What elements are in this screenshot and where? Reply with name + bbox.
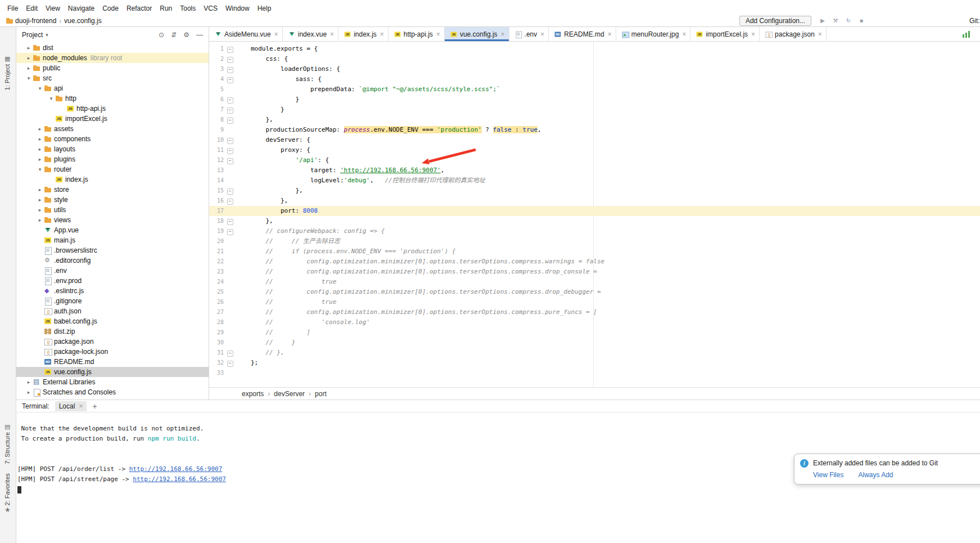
code-line-28[interactable]: 28 // 'console.log': [209, 317, 980, 327]
tree-item-eslintrc-js[interactable]: .eslintrc.js: [16, 286, 209, 296]
code-line-33[interactable]: 33: [209, 368, 980, 378]
close-icon[interactable]: [682, 30, 686, 38]
tree-item-gitignore[interactable]: .gitignore: [16, 296, 209, 306]
chevron-closed-icon[interactable]: [25, 45, 33, 51]
chevron-closed-icon[interactable]: [25, 389, 33, 395]
menu-item-tools[interactable]: Tools: [176, 3, 200, 14]
code-line-22[interactable]: 22 // config.optimization.minimizer[0].o…: [209, 257, 980, 267]
chevron-open-icon[interactable]: [36, 167, 44, 172]
gear-icon[interactable]: [183, 31, 189, 39]
breadcrumb-devserver[interactable]: devServer: [274, 390, 305, 398]
tree-item-src[interactable]: src: [16, 73, 209, 83]
fold-marker[interactable]: [224, 44, 236, 54]
code-line-9[interactable]: 9 productionSourceMap: process.env.NODE_…: [209, 125, 980, 135]
fold-marker[interactable]: [224, 115, 236, 125]
tree-item-scratches-and-consoles[interactable]: Scratches and Consoles: [16, 387, 209, 397]
tree-item-package-json[interactable]: package.json: [16, 336, 209, 347]
line-number[interactable]: 8: [209, 115, 224, 125]
chevron-open-icon[interactable]: [25, 75, 33, 81]
chevron-closed-icon[interactable]: [36, 207, 44, 213]
code-line-30[interactable]: 30 // }: [209, 338, 980, 348]
fold-marker[interactable]: [224, 64, 236, 74]
menu-item-file[interactable]: File: [3, 3, 22, 14]
code-line-25[interactable]: 25 // config.optimization.minimizer[0].o…: [209, 287, 980, 297]
statistics-icon[interactable]: [963, 31, 971, 38]
tree-item-views[interactable]: views: [16, 215, 209, 225]
chevron-closed-icon[interactable]: [36, 126, 44, 132]
code-line-17[interactable]: 17 port: 8008: [209, 206, 980, 216]
tree-item-auth-json[interactable]: auth.json: [16, 306, 209, 316]
tree-item-package-lock-json[interactable]: package-lock.json: [16, 347, 209, 357]
menu-item-view[interactable]: View: [42, 3, 64, 14]
terminal-link[interactable]: http://192.168.66.56:9007: [133, 475, 226, 483]
code-line-19[interactable]: 19 // configureWebpack: config => {: [209, 226, 980, 236]
toolbar-breadcrumb-project[interactable]: duoji-frontend: [15, 17, 56, 25]
tree-item-readme-md[interactable]: README.md: [16, 357, 209, 367]
code-line-6[interactable]: 6 }: [209, 95, 980, 105]
line-number[interactable]: 28: [209, 317, 224, 327]
chevron-closed-icon[interactable]: [36, 197, 44, 203]
line-number[interactable]: 5: [209, 84, 224, 95]
tree-item-http-api-js[interactable]: http-api.js: [16, 104, 209, 114]
chevron-down-icon[interactable]: ▾: [46, 32, 48, 38]
tree-item-store[interactable]: store: [16, 185, 209, 195]
tree-item-utils[interactable]: utils: [16, 205, 209, 215]
tree-item-editorconfig[interactable]: .editorconfig: [16, 255, 209, 266]
close-icon[interactable]: [436, 30, 440, 38]
tab-http-api-js[interactable]: http-api.js: [389, 27, 445, 41]
fold-marker[interactable]: [224, 145, 236, 155]
line-number[interactable]: 17: [209, 206, 224, 216]
code-line-12[interactable]: 12 '/api': {: [209, 155, 980, 165]
line-number[interactable]: 16: [209, 196, 224, 206]
chevron-closed-icon[interactable]: [25, 379, 33, 385]
line-number[interactable]: 20: [209, 236, 224, 246]
line-number[interactable]: 23: [209, 267, 224, 277]
tool-button-project[interactable]: 1: Project: [4, 64, 11, 90]
close-icon[interactable]: [380, 30, 384, 38]
code-line-31[interactable]: 31 // },: [209, 348, 980, 358]
add-configuration-button[interactable]: Add Configuration...: [739, 16, 811, 26]
breadcrumb-exports[interactable]: exports: [242, 390, 264, 398]
tree-item-assets[interactable]: assets: [16, 124, 209, 134]
line-number[interactable]: 12: [209, 155, 224, 165]
notification-action-view-files[interactable]: View Files: [813, 471, 843, 479]
fold-marker[interactable]: [224, 358, 236, 368]
code-line-3[interactable]: 3 loaderOptions: {: [209, 64, 980, 74]
line-number[interactable]: 10: [209, 135, 224, 145]
code-viewport[interactable]: 1module.exports = {2 css: {3 loaderOptio…: [209, 42, 980, 387]
fold-marker[interactable]: [224, 348, 236, 358]
menu-item-navigate[interactable]: Navigate: [64, 3, 98, 14]
chevron-closed-icon[interactable]: [36, 146, 44, 152]
stop-icon[interactable]: [857, 16, 866, 25]
menu-item-code[interactable]: Code: [98, 3, 123, 14]
menu-item-window[interactable]: Window: [222, 3, 254, 14]
tab-package-json[interactable]: package.json: [760, 27, 827, 41]
line-number[interactable]: 25: [209, 287, 224, 297]
line-number[interactable]: 21: [209, 246, 224, 257]
tab-env[interactable]: .env: [509, 27, 549, 41]
tree-item-env-prod[interactable]: .env.prod: [16, 276, 209, 286]
code-line-23[interactable]: 23 // config.optimization.minimizer[0].o…: [209, 267, 980, 277]
line-number[interactable]: 30: [209, 338, 224, 348]
terminal-link[interactable]: http://192.168.66.56:9007: [129, 465, 223, 473]
close-icon[interactable]: [330, 30, 334, 38]
code-line-14[interactable]: 14 logLevel:'debug', //控制台终端打印代理前的真实地址: [209, 176, 980, 186]
toolbar-breadcrumb-file[interactable]: vue.config.js: [64, 17, 102, 25]
close-icon[interactable]: [79, 402, 83, 410]
sync-icon[interactable]: [844, 16, 853, 25]
breadcrumb-port[interactable]: port: [315, 390, 327, 398]
code-line-10[interactable]: 10 devServer: {: [209, 135, 980, 145]
code-line-18[interactable]: 18 },: [209, 216, 980, 226]
notification-action-always-add[interactable]: Always Add: [858, 471, 893, 479]
tab-asidemenu-vue[interactable]: AsideMenu.vue: [209, 27, 283, 41]
tree-item-dist-zip[interactable]: dist.zip: [16, 326, 209, 336]
chevron-closed-icon[interactable]: [25, 65, 33, 71]
collapse-all-icon[interactable]: [171, 31, 177, 39]
chevron-closed-icon[interactable]: [36, 217, 44, 223]
tab-menurouter-jpg[interactable]: menuRouter.jpg: [616, 27, 691, 41]
fold-marker[interactable]: [224, 226, 236, 236]
code-line-29[interactable]: 29 // ]: [209, 327, 980, 338]
chevron-closed-icon[interactable]: [36, 156, 44, 162]
tree-item-browserslistrc[interactable]: .browserslistrc: [16, 245, 209, 255]
structure-tool-icon[interactable]: [4, 423, 10, 430]
